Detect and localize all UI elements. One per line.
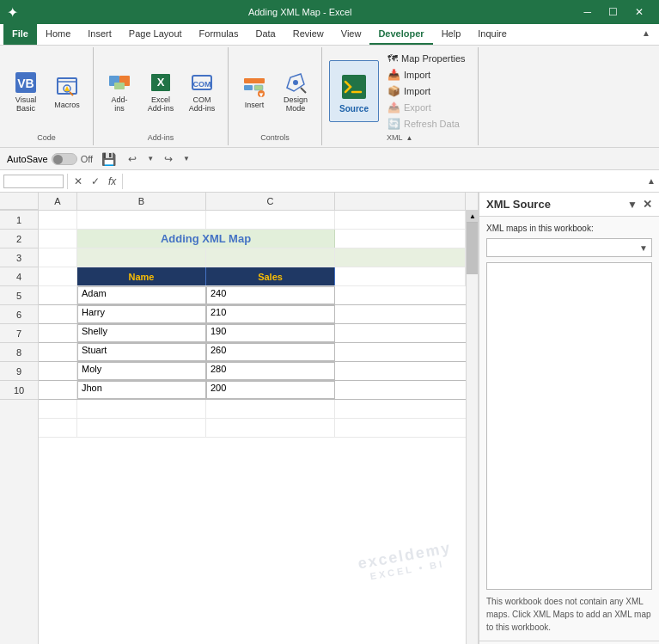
tab-review[interactable]: Review xyxy=(284,24,333,45)
xml-panel-close-icon[interactable]: ✕ xyxy=(643,198,652,211)
vertical-scrollbar[interactable]: ▲ ▼ xyxy=(466,211,478,644)
tab-data[interactable]: Data xyxy=(247,24,284,45)
xml-collapse-icon[interactable]: ▲ xyxy=(406,134,413,142)
cell-a5[interactable] xyxy=(39,286,77,304)
com-addins-btn[interactable]: COM COMAdd-ins xyxy=(183,66,221,116)
cell-b2-title[interactable]: Adding XML Map xyxy=(77,230,335,248)
row-header-5[interactable]: 5 xyxy=(0,286,38,305)
expansion-packs-btn[interactable]: 📦 Import xyxy=(382,83,471,99)
col-header-a[interactable]: A xyxy=(39,193,77,210)
tab-developer[interactable]: Developer xyxy=(369,24,432,45)
import-btn[interactable]: 📥 Import xyxy=(382,67,471,83)
row-header-4[interactable]: 4 xyxy=(0,267,38,286)
cell-c3[interactable] xyxy=(206,248,335,267)
row-header-10[interactable]: 10 xyxy=(0,381,38,400)
row-header-8[interactable]: 8 xyxy=(0,343,38,362)
save-btn[interactable]: 💾 xyxy=(98,151,119,167)
cell-b10[interactable]: Jhon xyxy=(77,381,206,399)
cell-a2[interactable] xyxy=(39,230,77,248)
undo-dropdown-btn[interactable]: ▼ xyxy=(145,154,156,163)
visual-basic-btn[interactable]: VB VisualBasic xyxy=(7,66,45,116)
cell-c1[interactable] xyxy=(206,211,335,229)
formula-expand-icon[interactable]: ▲ xyxy=(647,176,656,186)
macros-btn[interactable]: Macros xyxy=(48,71,86,112)
tab-insert[interactable]: Insert xyxy=(79,24,120,45)
xml-listbox[interactable] xyxy=(486,262,652,590)
cell-a8[interactable] xyxy=(39,343,77,361)
ribbon-collapse-btn[interactable]: ▲ xyxy=(637,24,656,45)
close-btn[interactable]: ✕ xyxy=(626,4,652,20)
customize-qa-btn[interactable]: ▼ xyxy=(181,154,192,163)
row-header-2[interactable]: 2 xyxy=(0,230,38,248)
cell-a3[interactable] xyxy=(39,248,77,267)
window-controls[interactable]: ─ ☐ ✕ xyxy=(575,4,652,20)
cell-c9[interactable]: 280 xyxy=(206,362,335,380)
addins-btn[interactable]: Add-ins xyxy=(101,66,138,116)
source-btn[interactable]: Source xyxy=(329,60,379,122)
autosave-switch[interactable] xyxy=(52,153,77,165)
tab-home[interactable]: Home xyxy=(37,24,79,45)
tab-formulas[interactable]: Formulas xyxy=(191,24,247,45)
row-header-9[interactable]: 9 xyxy=(0,362,38,381)
cell-c10[interactable]: 200 xyxy=(206,381,335,399)
cell-a10[interactable] xyxy=(39,381,77,399)
cell-b8[interactable]: Stuart xyxy=(77,343,206,361)
redo-btn[interactable]: ↪ xyxy=(161,152,176,166)
cell-b5[interactable]: Adam xyxy=(77,286,206,304)
xml-maps-dropdown[interactable]: ▼ xyxy=(486,238,652,257)
cell-a1[interactable] xyxy=(39,211,77,229)
cell-c4-header[interactable]: Sales xyxy=(206,267,335,285)
tab-help[interactable]: Help xyxy=(433,24,470,45)
cell-b6[interactable]: Harry xyxy=(77,305,206,323)
com-addins-icon: COM xyxy=(188,69,216,96)
import-icon: 📥 xyxy=(387,69,400,81)
cell-b9[interactable]: Moly xyxy=(77,362,206,380)
cell-b1[interactable] xyxy=(77,211,206,229)
cell-a4[interactable] xyxy=(39,267,77,285)
tab-file[interactable]: File xyxy=(3,24,37,45)
scroll-thumb[interactable] xyxy=(467,223,478,274)
tab-page-layout[interactable]: Page Layout xyxy=(120,24,191,45)
row-header-1[interactable]: 1 xyxy=(0,211,38,230)
confirm-icon[interactable]: ✓ xyxy=(88,175,102,187)
insert-btn[interactable]: ▼ Insert xyxy=(235,71,273,112)
cell-a9[interactable] xyxy=(39,362,77,380)
cell-c5[interactable]: 240 xyxy=(206,286,335,304)
cell-b4-header[interactable]: Name xyxy=(77,267,206,285)
row-header-6[interactable]: 6 xyxy=(0,305,38,324)
formula-input[interactable] xyxy=(126,175,644,187)
refresh-data-btn[interactable]: 🔄 Refresh Data xyxy=(382,116,471,132)
excel-addins-btn[interactable]: X ExcelAdd-ins xyxy=(142,66,180,116)
addins-icon xyxy=(106,69,133,96)
macros-icon xyxy=(53,73,81,101)
ribbon-group-xml: Source 🗺 Map Properties 📥 Import 📦 Impor… xyxy=(322,47,479,145)
refresh-data-label: Refresh Data xyxy=(404,119,460,129)
cell-c6[interactable]: 210 xyxy=(206,305,335,323)
tab-inquire[interactable]: Inquire xyxy=(469,24,516,45)
design-mode-btn[interactable]: DesignMode xyxy=(277,66,314,116)
cell-c8[interactable]: 260 xyxy=(206,343,335,361)
cell-c7[interactable]: 190 xyxy=(206,324,335,342)
autosave-toggle[interactable]: AutoSave Off xyxy=(7,153,93,165)
row-header-3[interactable]: 3 xyxy=(0,248,38,267)
cell-b7[interactable]: Shelly xyxy=(77,324,206,342)
function-icon[interactable]: fx xyxy=(106,175,119,187)
row-header-7[interactable]: 7 xyxy=(0,324,38,343)
tab-view[interactable]: View xyxy=(333,24,370,45)
export-btn[interactable]: 📤 Export xyxy=(382,100,471,115)
scroll-up-btn[interactable]: ▲ xyxy=(467,211,478,223)
map-properties-btn[interactable]: 🗺 Map Properties xyxy=(382,51,471,66)
name-box[interactable]: B3 xyxy=(3,175,64,188)
cell-b3[interactable] xyxy=(77,248,206,267)
svg-text:VB: VB xyxy=(17,77,34,90)
svg-rect-14 xyxy=(244,78,265,83)
cell-a6[interactable] xyxy=(39,305,77,323)
col-header-b[interactable]: B xyxy=(77,193,206,210)
maximize-btn[interactable]: ☐ xyxy=(600,4,626,20)
minimize-btn[interactable]: ─ xyxy=(575,4,600,20)
xml-panel-menu-icon[interactable]: ▼ xyxy=(627,199,638,211)
undo-btn[interactable]: ↩ xyxy=(125,152,140,166)
cancel-icon[interactable]: ✕ xyxy=(71,175,85,187)
cell-a7[interactable] xyxy=(39,324,77,342)
col-header-c[interactable]: C xyxy=(206,193,335,210)
